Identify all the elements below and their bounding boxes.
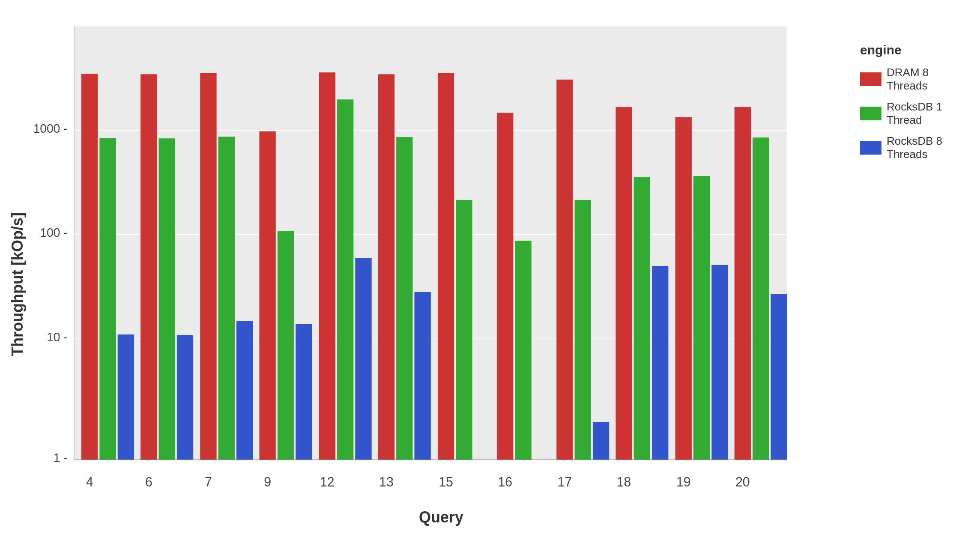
chart-container: Throughput [kOp/s] — [0, 0, 980, 552]
bar-q20-rocks8 — [771, 294, 787, 460]
bar-q15-rocks1 — [456, 200, 472, 460]
bar-q13-dram — [378, 74, 394, 460]
bar-q12-dram — [319, 72, 335, 460]
bar-q16-dram — [497, 113, 513, 460]
legend-item-rocks8: RocksDB 8 Threads — [860, 134, 963, 161]
svg-container: 1 - 10 - 100 - 1000 - — [31, 17, 852, 504]
y-tick: 1 - — [54, 451, 68, 464]
bar-q19-dram — [675, 117, 692, 460]
x-tick-19: 19 — [676, 474, 691, 489]
plot-area: 1 - 10 - 100 - 1000 - — [31, 17, 852, 526]
bar-q18-rocks1 — [634, 177, 650, 460]
legend-label-rocks8: RocksDB 8 Threads — [887, 134, 963, 161]
x-tick-6: 6 — [145, 474, 152, 489]
x-tick-4: 4 — [86, 474, 93, 489]
y-tick: 100 - — [40, 225, 67, 239]
bar-q7-rocks8 — [236, 321, 253, 460]
x-tick-17: 17 — [558, 474, 572, 489]
bar-q18-rocks8 — [652, 266, 668, 460]
x-tick-9: 9 — [264, 474, 271, 489]
bar-q6-dram — [140, 74, 157, 460]
x-tick-18: 18 — [617, 474, 631, 489]
bar-q15-dram — [438, 73, 454, 460]
legend-color-rocks8 — [860, 141, 881, 155]
x-tick-12: 12 — [320, 474, 335, 489]
legend-color-rocks1 — [860, 107, 881, 120]
y-axis-label: Throughput [kOp/s] — [9, 17, 27, 526]
legend-title: engine — [860, 43, 963, 57]
bar-q12-rocks1 — [337, 99, 353, 460]
legend-label-rocks1: RocksDB 1 Thread — [887, 100, 963, 127]
bar-q17-rocks8 — [593, 422, 609, 460]
bar-q18-dram — [615, 107, 632, 460]
bar-q20-rocks1 — [753, 137, 769, 460]
x-tick-20: 20 — [735, 474, 750, 489]
x-tick-7: 7 — [205, 474, 212, 489]
bar-q17-rocks1 — [575, 200, 591, 460]
bar-q16-rocks1 — [515, 241, 531, 460]
bar-q6-rocks1 — [158, 138, 175, 460]
bar-q17-dram — [556, 80, 573, 460]
bar-q6-rocks8 — [177, 335, 193, 460]
legend-item-rocks1: RocksDB 1 Thread — [860, 100, 963, 127]
legend-item-dram: DRAM 8 Threads — [860, 66, 963, 92]
bar-q13-rocks1 — [396, 137, 412, 460]
legend-area: engine DRAM 8 Threads RocksDB 1 Thread R… — [852, 17, 971, 182]
y-tick: 1000 - — [33, 121, 68, 135]
bar-q4-rocks1 — [99, 138, 116, 460]
bar-q9-dram — [259, 131, 275, 460]
bar-q7-dram — [200, 73, 216, 460]
chart-svg: 1 - 10 - 100 - 1000 - — [31, 17, 852, 504]
bar-q4-dram — [81, 74, 98, 460]
bar-q4-rocks8 — [118, 334, 134, 460]
x-tick-16: 16 — [498, 474, 512, 489]
legend-color-dram — [860, 72, 881, 86]
bar-q7-rocks1 — [218, 137, 235, 460]
bar-q13-rocks8 — [414, 292, 430, 460]
bar-q19-rocks1 — [693, 176, 710, 460]
bar-q9-rocks8 — [296, 324, 312, 460]
chart-wrapper: Throughput [kOp/s] — [9, 17, 971, 526]
x-tick-15: 15 — [439, 474, 453, 489]
bar-q9-rocks1 — [278, 231, 294, 460]
bar-q12-rocks8 — [355, 258, 371, 460]
bar-q19-rocks8 — [711, 265, 728, 460]
legend-label-dram: DRAM 8 Threads — [887, 66, 963, 92]
y-tick: 10 - — [47, 330, 68, 343]
bar-q20-dram — [735, 107, 751, 460]
x-tick-13: 13 — [379, 474, 394, 489]
x-axis-label: Query — [31, 504, 852, 526]
